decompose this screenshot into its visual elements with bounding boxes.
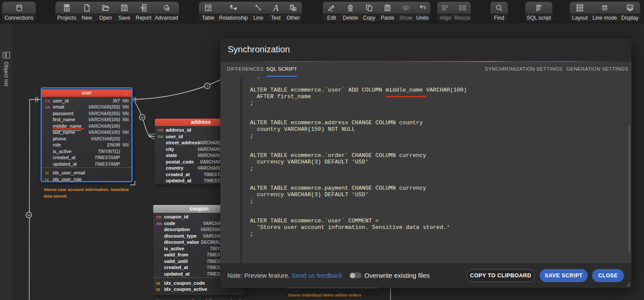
svg-text:?: ? <box>206 84 208 89</box>
